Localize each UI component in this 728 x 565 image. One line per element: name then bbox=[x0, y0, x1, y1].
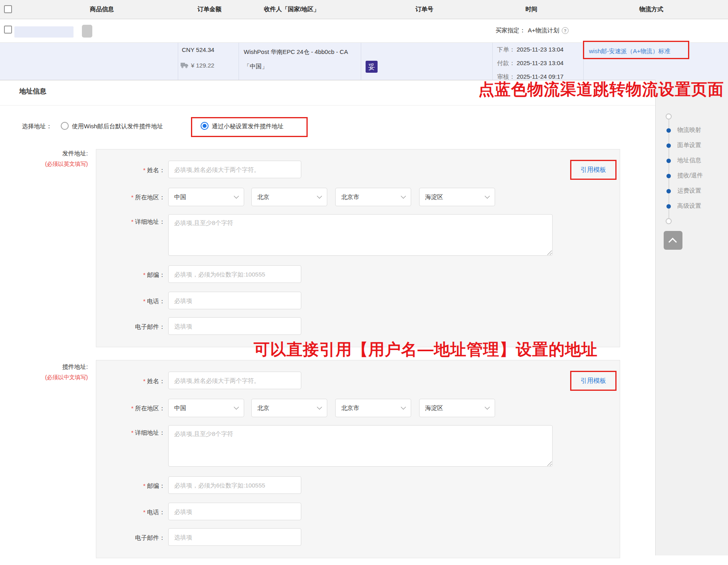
order-time-line: 下单：2025-11-23 13:04 bbox=[497, 46, 563, 54]
nav-dot-icon bbox=[666, 143, 671, 148]
sender-address-label: 发件地址: (必须以英文填写) bbox=[0, 150, 88, 168]
radio-custom-address-label[interactable]: 通过小秘设置发件揽件地址 bbox=[212, 123, 284, 130]
payment-time-line: 付款：2025-11-23 13:04 bbox=[497, 60, 563, 67]
nav-dot-icon bbox=[666, 159, 671, 163]
sender-phone-label: 电话： bbox=[147, 298, 165, 304]
section-divider bbox=[0, 105, 655, 105]
pickup-detail-label: 详细地址： bbox=[135, 429, 165, 436]
radio-custom-address[interactable] bbox=[201, 122, 209, 130]
shipping-fee-row: ¥ 129.22 bbox=[181, 62, 214, 69]
shipping-fee: ¥ 129.22 bbox=[191, 62, 214, 69]
sidebar-item-label-settings[interactable]: 面单设置 bbox=[656, 141, 728, 150]
pickup-zip-label: 邮编： bbox=[147, 482, 165, 489]
chevron-down-icon bbox=[234, 193, 239, 199]
chevron-down-icon bbox=[401, 193, 406, 199]
order-row-checkbox[interactable] bbox=[4, 26, 12, 34]
sender-name-input[interactable] bbox=[168, 161, 301, 178]
pickup-region-country-select[interactable]: 中国 bbox=[168, 399, 244, 417]
sender-template-highlight-box: 引用模板 bbox=[570, 160, 617, 180]
annotation-address-template: 可以直接引用【用户名—地址管理】设置的地址 bbox=[254, 338, 598, 360]
sidebar-item-shipping-fee[interactable]: 运费设置 bbox=[656, 186, 728, 196]
store-tag-placeholder bbox=[82, 25, 92, 38]
pickup-email-input[interactable] bbox=[168, 528, 301, 546]
sender-template-button[interactable]: 引用模板 bbox=[581, 166, 606, 174]
order-table-header: 商品信息 订单金额 收件人「国家/地区」 订单号 时间 物流方式 bbox=[0, 0, 728, 19]
pickup-region-district-select[interactable]: 海淀区 bbox=[419, 399, 495, 417]
sender-name-label: 姓名： bbox=[147, 167, 165, 173]
radio-default-address-label[interactable]: 使用Wish邮后台默认发件揽件地址 bbox=[72, 123, 163, 130]
buyer-specified-plan: 买家指定： A+物流计划 ? bbox=[495, 27, 569, 34]
col-header-recipient: 收件人「国家/地区」 bbox=[264, 6, 319, 13]
store-name-placeholder bbox=[14, 26, 74, 38]
col-header-product: 商品信息 bbox=[90, 6, 114, 13]
order-amount: CNY 524.34 bbox=[182, 46, 214, 53]
pickup-phone-label: 电话： bbox=[147, 509, 165, 515]
logistics-channel-link[interactable]: wish邮-安速派（A+物流）标准 bbox=[589, 48, 670, 55]
nav-dot-icon bbox=[666, 174, 671, 178]
chevron-down-icon bbox=[234, 404, 239, 410]
pickup-region-city-select[interactable]: 北京市 bbox=[335, 399, 411, 417]
sender-region-country-select[interactable]: 中国 bbox=[168, 188, 244, 206]
pickup-region-province-select[interactable]: 北京 bbox=[251, 399, 327, 417]
sender-zip-input[interactable] bbox=[168, 265, 301, 283]
annotation-logistics-channel: 点蓝色物流渠道跳转物流设置页面 bbox=[478, 78, 724, 100]
nav-dot-icon bbox=[666, 204, 671, 209]
pickup-name-label: 姓名： bbox=[147, 378, 165, 384]
radio-default-address[interactable] bbox=[61, 122, 69, 130]
address-section: 地址信息 选择地址： 使用Wish邮后台默认发件揽件地址 通过小秘设置发件揽件地… bbox=[0, 80, 655, 565]
truck-icon bbox=[181, 62, 189, 68]
sender-region-district-select[interactable]: 海淀区 bbox=[419, 188, 495, 206]
help-icon[interactable]: ? bbox=[562, 27, 569, 34]
nav-dot-icon bbox=[666, 189, 671, 193]
pickup-region-label: 所在地区： bbox=[135, 405, 165, 412]
status-badge: 妥 bbox=[366, 61, 378, 73]
sender-detail-textarea[interactable] bbox=[168, 214, 553, 256]
chevron-down-icon bbox=[317, 404, 322, 410]
select-all-checkbox[interactable] bbox=[4, 5, 12, 13]
pickup-zip-input[interactable] bbox=[168, 476, 301, 494]
sender-phone-input[interactable] bbox=[168, 292, 301, 309]
chevron-up-icon bbox=[668, 238, 677, 246]
sender-region-label: 所在地区： bbox=[135, 194, 165, 201]
sender-email-input[interactable] bbox=[168, 317, 301, 335]
chevron-down-icon bbox=[317, 193, 322, 199]
pickup-email-label: 电子邮件： bbox=[135, 534, 165, 541]
pickup-template-highlight-box: 引用模板 bbox=[570, 371, 617, 391]
pickup-template-button[interactable]: 引用模板 bbox=[581, 377, 606, 385]
nav-bottom-circle bbox=[666, 218, 672, 224]
sender-address-panel: *姓名： 引用模板 *所在地区： 中国 北京 北京市 海淀区 *详细地址： *邮… bbox=[96, 149, 620, 347]
resize-handle-icon[interactable] bbox=[547, 461, 552, 466]
column-divider bbox=[361, 43, 361, 80]
sidebar-item-logistics-mapping[interactable]: 物流映射 bbox=[656, 125, 728, 135]
chevron-down-icon bbox=[485, 404, 490, 410]
scroll-to-top-button[interactable] bbox=[664, 231, 682, 250]
recipient-warehouse: WishPost 华南EPC 24仓 - 4bb0cb - CA「中国」 bbox=[244, 45, 352, 74]
resize-handle-icon[interactable] bbox=[547, 250, 552, 255]
order-group-row: 买家指定： A+物流计划 ? bbox=[0, 20, 728, 43]
pickup-address-label: 揽件地址: (必须以中文填写) bbox=[0, 363, 88, 381]
sidebar-item-pickup-return[interactable]: 揽收/退件 bbox=[656, 171, 728, 181]
pickup-address-panel: *姓名： 引用模板 *所在地区： 中国 北京 北京市 海淀区 *详细地址： *邮… bbox=[96, 360, 620, 558]
sender-region-city-select[interactable]: 北京市 bbox=[335, 188, 411, 206]
sender-detail-label: 详细地址： bbox=[135, 218, 165, 225]
order-detail-row: CNY 524.34 ¥ 129.22 WishPost 华南EPC 24仓 -… bbox=[0, 43, 728, 80]
anchor-nav-sidebar: 物流映射 面单设置 地址信息 揽收/退件 运费设置 高级设置 bbox=[655, 80, 728, 555]
pickup-name-input[interactable] bbox=[168, 372, 301, 389]
sender-region-province-select[interactable]: 北京 bbox=[251, 188, 327, 206]
nav-dot-icon bbox=[666, 128, 671, 133]
sidebar-item-advanced-settings[interactable]: 高级设置 bbox=[656, 201, 728, 211]
col-header-order-no: 订单号 bbox=[416, 6, 434, 13]
pickup-phone-input[interactable] bbox=[168, 503, 301, 520]
pickup-detail-textarea[interactable] bbox=[168, 425, 553, 467]
chevron-down-icon bbox=[401, 404, 406, 410]
buyer-specified-label: 买家指定： bbox=[495, 27, 525, 34]
column-divider bbox=[178, 43, 178, 80]
address-choice-label: 选择地址： bbox=[22, 123, 52, 130]
sender-email-label: 电子邮件： bbox=[135, 323, 165, 330]
chevron-down-icon bbox=[485, 193, 490, 199]
col-header-logistics: 物流方式 bbox=[639, 6, 663, 13]
section-title: 地址信息 bbox=[19, 87, 46, 96]
sidebar-item-address-info[interactable]: 地址信息 bbox=[656, 156, 728, 165]
column-divider bbox=[492, 43, 493, 80]
col-header-amount: 订单金额 bbox=[197, 6, 221, 13]
